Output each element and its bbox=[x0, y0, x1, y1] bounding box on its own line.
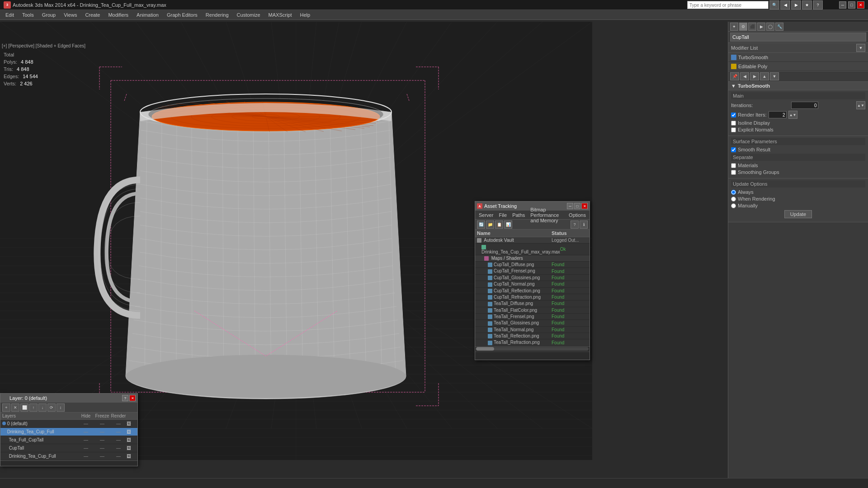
file-row-12[interactable]: TeaTall_Refraction.png Found bbox=[475, 339, 590, 346]
menu-rendering[interactable]: Rendering bbox=[202, 11, 232, 19]
at-tool-2[interactable]: 📁 bbox=[486, 221, 494, 229]
update-button[interactable]: Update bbox=[784, 210, 812, 218]
file-row-10[interactable]: TeaTall_Normal.png Found bbox=[475, 327, 590, 333]
menu-animation[interactable]: Animation bbox=[133, 11, 162, 19]
smooth-result-checkbox[interactable] bbox=[731, 147, 736, 152]
vault-group-row[interactable]: Autodesk Vault Logged Out... bbox=[475, 237, 590, 244]
lw-tool-7[interactable]: ↕ bbox=[57, 404, 65, 412]
ctrl-btn-5[interactable]: ▼ bbox=[770, 72, 779, 80]
file-row-4[interactable]: CupTall_Reflection.png Found bbox=[475, 288, 590, 294]
modifier-dropdown[interactable]: ▼ bbox=[856, 44, 865, 52]
layers-scrollbar[interactable] bbox=[0, 460, 137, 466]
file-row-0[interactable]: CupTall_Diffuse.png Found bbox=[475, 262, 590, 268]
search-help-btn[interactable]: ? bbox=[813, 0, 823, 9]
search-input[interactable] bbox=[687, 1, 769, 9]
file-row-5[interactable]: CupTall_Refraction.png Found bbox=[475, 294, 590, 300]
iterations-spinner[interactable]: ▲▼ bbox=[856, 101, 865, 109]
menu-graph-editors[interactable]: Graph Editors bbox=[163, 11, 201, 19]
minimize-button[interactable]: ─ bbox=[839, 1, 846, 9]
at-tool-info[interactable]: ℹ bbox=[580, 221, 588, 229]
explicit-normals-checkbox[interactable] bbox=[731, 127, 736, 132]
tris-value: 4 848 bbox=[17, 66, 29, 73]
at-menu-paths[interactable]: Paths bbox=[510, 212, 527, 218]
at-max-button[interactable]: □ bbox=[574, 203, 580, 209]
file-row-6[interactable]: TeaTall_Diffuse.png Found bbox=[475, 300, 590, 307]
at-menu-server[interactable]: Server bbox=[477, 212, 495, 218]
at-scrollbar-thumb[interactable] bbox=[476, 347, 494, 351]
display-btn[interactable]: ◯ bbox=[766, 23, 774, 31]
search-prev-btn[interactable]: ◀ bbox=[780, 0, 790, 9]
lw-tool-1[interactable]: + bbox=[2, 404, 10, 412]
lw-tool-5[interactable]: ↓ bbox=[38, 404, 47, 412]
materials-checkbox[interactable] bbox=[731, 163, 736, 168]
layer-row-1[interactable]: Drinking_Tea_Cup_Full — — — 🖼 bbox=[0, 428, 137, 436]
lw-close-button[interactable]: ✕ bbox=[129, 395, 136, 401]
menu-tools[interactable]: Tools bbox=[19, 11, 38, 19]
lw-icon bbox=[2, 395, 8, 401]
at-tool-help[interactable]: ? bbox=[571, 221, 579, 229]
when-rendering-radio[interactable] bbox=[731, 197, 736, 202]
always-radio[interactable] bbox=[731, 190, 736, 195]
at-menu-options[interactable]: Options bbox=[567, 212, 588, 218]
utilities-btn[interactable]: 🔧 bbox=[775, 23, 783, 31]
render-iters-spinner[interactable]: ▲▼ bbox=[788, 111, 797, 119]
turbosmooth-modifier[interactable]: TurboSmooth bbox=[728, 53, 868, 62]
lw-tool-2[interactable]: ✕ bbox=[11, 404, 19, 412]
editable-poly-modifier[interactable]: Editable Poly bbox=[728, 62, 868, 71]
isoline-checkbox[interactable] bbox=[731, 121, 736, 126]
menu-maxscript[interactable]: MAXScript bbox=[265, 11, 296, 19]
at-close-button[interactable]: ✕ bbox=[581, 203, 588, 209]
file-row-7[interactable]: TeaTall_FlatColor.png Found bbox=[475, 307, 590, 314]
at-tool-4[interactable]: 📊 bbox=[504, 221, 512, 229]
search-star-btn[interactable]: ★ bbox=[802, 0, 812, 9]
at-min-button[interactable]: ─ bbox=[567, 203, 573, 209]
layer-row-0[interactable]: 0 (default) — — — 🖼 bbox=[0, 420, 137, 428]
lw-tool-6[interactable]: ⟳ bbox=[47, 404, 56, 412]
pin-btn[interactable]: 📌 bbox=[730, 72, 739, 80]
close-button[interactable]: ✕ bbox=[857, 1, 864, 9]
panel-controls: 📌 ◀ ▶ ▲ ▼ bbox=[728, 71, 868, 82]
file-row-2[interactable]: CupTall_Glossines.png Found bbox=[475, 275, 590, 281]
create-btn[interactable]: ✦ bbox=[730, 23, 738, 31]
ctrl-btn-3[interactable]: ▶ bbox=[750, 72, 759, 80]
menu-modifiers[interactable]: Modifiers bbox=[104, 11, 132, 19]
render-iters-input[interactable] bbox=[769, 111, 787, 118]
lw-tool-4[interactable]: ↑ bbox=[29, 404, 38, 412]
file-row-3[interactable]: CupTall_Normal.png Found bbox=[475, 281, 590, 287]
menu-customize[interactable]: Customize bbox=[233, 11, 264, 19]
lw-tool-3[interactable]: ⬜ bbox=[20, 404, 28, 412]
manually-radio[interactable] bbox=[731, 203, 736, 208]
motion-btn[interactable]: ▶ bbox=[757, 23, 765, 31]
lw-question-button[interactable]: ? bbox=[122, 395, 128, 401]
layer-row-3[interactable]: CupTall — — — 🖼 bbox=[0, 444, 137, 452]
at-menu-bitmap[interactable]: Bitmap Performance and Memory bbox=[528, 207, 565, 223]
at-scrollbar-horizontal[interactable] bbox=[475, 346, 590, 352]
layer-row-4[interactable]: Drinking_Tea_Cup_Full — — — 🖼 bbox=[0, 452, 137, 460]
menu-views[interactable]: Views bbox=[60, 11, 80, 19]
ctrl-btn-4[interactable]: ▲ bbox=[760, 72, 769, 80]
modify-btn[interactable]: ⚙ bbox=[739, 23, 747, 31]
file-row-1[interactable]: CupTall_Frensel.png Found bbox=[475, 268, 590, 274]
render-iters-checkbox[interactable] bbox=[731, 113, 736, 117]
hierarchy-btn[interactable]: ⬛ bbox=[748, 23, 756, 31]
file-row-8[interactable]: TeaTall_Frensel.png Found bbox=[475, 314, 590, 320]
smoothing-groups-checkbox[interactable] bbox=[731, 170, 736, 175]
modifier-name-input[interactable] bbox=[730, 33, 866, 42]
maximize-button[interactable]: □ bbox=[848, 1, 855, 9]
file-row-11[interactable]: TeaTall_Reflection.png Found bbox=[475, 333, 590, 339]
search-next-btn[interactable]: ▶ bbox=[791, 0, 801, 9]
main-file-row[interactable]: Drinking_Tea_Cup_Full_max_vray.max Ok bbox=[475, 244, 590, 255]
at-menu-file[interactable]: File bbox=[497, 212, 509, 218]
menu-create[interactable]: Create bbox=[81, 11, 104, 19]
iterations-input[interactable] bbox=[791, 102, 818, 109]
file-row-9[interactable]: TeaTall_Glossines.png Found bbox=[475, 320, 590, 326]
search-btn[interactable]: 🔍 bbox=[769, 0, 779, 9]
at-tool-1[interactable]: 🔄 bbox=[477, 221, 485, 229]
layer-row-2[interactable]: Tea_Full_CupTall — — — 🖼 bbox=[0, 436, 137, 444]
maps-group-row[interactable]: Maps / Shaders bbox=[475, 255, 590, 262]
ctrl-btn-2[interactable]: ◀ bbox=[740, 72, 749, 80]
menu-edit[interactable]: Edit bbox=[2, 11, 18, 19]
at-tool-3[interactable]: 📋 bbox=[495, 221, 503, 229]
menu-group[interactable]: Group bbox=[38, 11, 60, 19]
menu-help[interactable]: Help bbox=[297, 11, 314, 19]
